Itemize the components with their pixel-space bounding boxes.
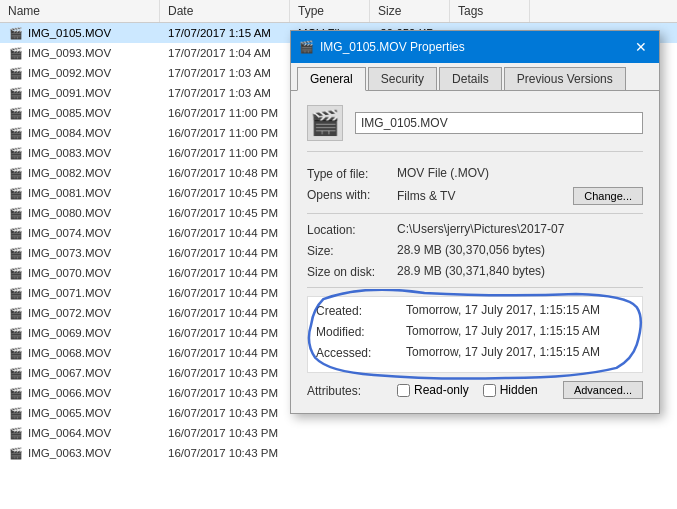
col-date[interactable]: Date — [160, 0, 290, 22]
file-icon: 🎬 — [8, 106, 24, 120]
file-type-cell — [290, 452, 370, 454]
file-icon: 🎬 — [8, 246, 24, 260]
file-date-cell: 16/07/2017 10:43 PM — [160, 386, 290, 400]
properties-dialog: 🎬 IMG_0105.MOV Properties ✕ General Secu… — [290, 30, 660, 414]
col-type[interactable]: Type — [290, 0, 370, 22]
type-label: Type of file: — [307, 166, 397, 181]
file-date-cell: 16/07/2017 11:00 PM — [160, 126, 290, 140]
divider-1 — [307, 213, 643, 214]
tab-general[interactable]: General — [297, 67, 366, 91]
col-name[interactable]: Name — [0, 0, 160, 22]
file-date-cell: 17/07/2017 1:03 AM — [160, 86, 290, 100]
file-date-cell: 16/07/2017 11:00 PM — [160, 146, 290, 160]
tab-security[interactable]: Security — [368, 67, 437, 90]
file-name-cell: 🎬 IMG_0081.MOV — [0, 185, 160, 201]
file-date-cell: 16/07/2017 10:44 PM — [160, 246, 290, 260]
file-date-cell: 16/07/2017 10:43 PM — [160, 406, 290, 420]
file-icon: 🎬 — [8, 46, 24, 60]
file-name-cell: 🎬 IMG_0066.MOV — [0, 385, 160, 401]
file-date-cell: 16/07/2017 10:48 PM — [160, 166, 290, 180]
file-name-cell: 🎬 IMG_0071.MOV — [0, 285, 160, 301]
file-icon: 🎬 — [8, 66, 24, 80]
col-tags[interactable]: Tags — [450, 0, 530, 22]
file-icon: 🎬 — [8, 146, 24, 160]
file-name-cell: 🎬 IMG_0082.MOV — [0, 165, 160, 181]
file-date-cell: 17/07/2017 1:03 AM — [160, 66, 290, 80]
file-name-cell: 🎬 IMG_0072.MOV — [0, 305, 160, 321]
readonly-checkbox[interactable] — [397, 384, 410, 397]
file-icon: 🎬 — [8, 186, 24, 200]
accessed-row: Accessed: Tomorrow, 17 July 2017, 1:15:1… — [316, 345, 634, 360]
file-name-cell: 🎬 IMG_0069.MOV — [0, 325, 160, 341]
advanced-button[interactable]: Advanced... — [563, 381, 643, 399]
hidden-checkbox-label[interactable]: Hidden — [483, 383, 538, 397]
file-name-cell: 🎬 IMG_0085.MOV — [0, 105, 160, 121]
file-date-cell: 16/07/2017 10:44 PM — [160, 226, 290, 240]
dialog-close-button[interactable]: ✕ — [631, 37, 651, 57]
big-file-icon: 🎬 — [307, 105, 343, 141]
file-date-cell: 17/07/2017 1:15 AM — [160, 26, 290, 40]
file-icon: 🎬 — [8, 86, 24, 100]
opens-label: Opens with: — [307, 187, 397, 202]
size-disk-row: Size on disk: 28.9 MB (30,371,840 bytes) — [307, 264, 643, 279]
file-icon: 🎬 — [8, 206, 24, 220]
file-date-cell: 17/07/2017 1:04 AM — [160, 46, 290, 60]
file-date-cell: 16/07/2017 10:44 PM — [160, 266, 290, 280]
column-headers: Name Date Type Size Tags — [0, 0, 677, 23]
dialog-title-icon: 🎬 — [299, 40, 314, 54]
size-label: Size: — [307, 243, 397, 258]
file-name-cell: 🎬 IMG_0073.MOV — [0, 245, 160, 261]
accessed-label: Accessed: — [316, 345, 406, 360]
file-icon: 🎬 — [8, 426, 24, 440]
file-icon: 🎬 — [8, 266, 24, 280]
file-name-cell: 🎬 IMG_0064.MOV — [0, 425, 160, 441]
file-date-cell: 16/07/2017 10:43 PM — [160, 446, 290, 460]
file-icon: 🎬 — [8, 226, 24, 240]
file-date-cell: 16/07/2017 10:43 PM — [160, 366, 290, 380]
tab-details[interactable]: Details — [439, 67, 502, 90]
tab-previous-versions[interactable]: Previous Versions — [504, 67, 626, 90]
table-row[interactable]: 🎬 IMG_0064.MOV 16/07/2017 10:43 PM — [0, 423, 677, 443]
file-icon: 🎬 — [8, 286, 24, 300]
modified-value: Tomorrow, 17 July 2017, 1:15:15 AM — [406, 324, 634, 338]
filename-input[interactable] — [355, 112, 643, 134]
file-icon: 🎬 — [8, 446, 24, 460]
attributes-row: Attributes: Read-only Hidden Advanced... — [307, 381, 643, 399]
created-row: Created: Tomorrow, 17 July 2017, 1:15:15… — [316, 303, 634, 318]
file-name-cell: 🎬 IMG_0105.MOV — [0, 25, 160, 41]
hidden-checkbox[interactable] — [483, 384, 496, 397]
size-value: 28.9 MB (30,370,056 bytes) — [397, 243, 643, 257]
size-disk-value: 28.9 MB (30,371,840 bytes) — [397, 264, 643, 278]
table-row[interactable]: 🎬 IMG_0063.MOV 16/07/2017 10:43 PM — [0, 443, 677, 463]
location-value: C:\Users\jerry\Pictures\2017-07 — [397, 222, 643, 236]
divider-2 — [307, 287, 643, 288]
change-button[interactable]: Change... — [573, 187, 643, 205]
dialog-title-text: IMG_0105.MOV Properties — [320, 40, 465, 54]
hidden-label: Hidden — [500, 383, 538, 397]
file-info-header: 🎬 — [307, 105, 643, 152]
readonly-checkbox-label[interactable]: Read-only — [397, 383, 469, 397]
readonly-label: Read-only — [414, 383, 469, 397]
col-size[interactable]: Size — [370, 0, 450, 22]
file-date-cell: 16/07/2017 10:44 PM — [160, 286, 290, 300]
type-value: MOV File (.MOV) — [397, 166, 643, 180]
file-name-cell: 🎬 IMG_0093.MOV — [0, 45, 160, 61]
location-label: Location: — [307, 222, 397, 237]
location-row: Location: C:\Users\jerry\Pictures\2017-0… — [307, 222, 643, 237]
type-row: Type of file: MOV File (.MOV) — [307, 166, 643, 181]
file-icon: 🎬 — [8, 346, 24, 360]
file-name-cell: 🎬 IMG_0070.MOV — [0, 265, 160, 281]
file-name-cell: 🎬 IMG_0063.MOV — [0, 445, 160, 461]
date-rows-wrapper: Created: Tomorrow, 17 July 2017, 1:15:15… — [307, 296, 643, 373]
file-date-cell: 16/07/2017 10:43 PM — [160, 426, 290, 440]
size-disk-label: Size on disk: — [307, 264, 397, 279]
file-date-cell: 16/07/2017 11:00 PM — [160, 106, 290, 120]
file-name-cell: 🎬 IMG_0068.MOV — [0, 345, 160, 361]
file-date-cell: 16/07/2017 10:45 PM — [160, 186, 290, 200]
accessed-value: Tomorrow, 17 July 2017, 1:15:15 AM — [406, 345, 634, 359]
dialog-body: 🎬 Type of file: MOV File (.MOV) Opens wi… — [291, 91, 659, 413]
opens-value: Films & TV — [397, 189, 455, 203]
file-tags-cell — [450, 452, 530, 454]
file-type-cell — [290, 432, 370, 434]
file-icon: 🎬 — [8, 166, 24, 180]
